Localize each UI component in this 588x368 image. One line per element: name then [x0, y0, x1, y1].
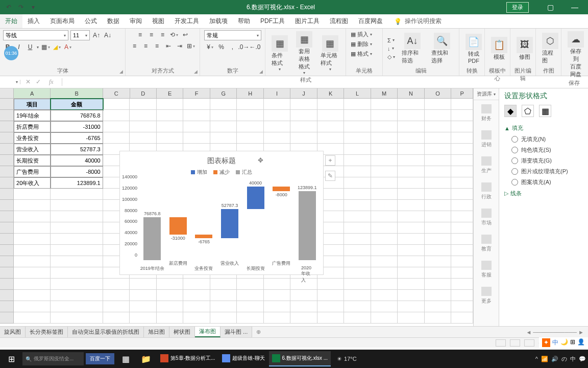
cell[interactable]	[425, 189, 452, 200]
cell[interactable]	[371, 110, 398, 121]
cell[interactable]	[451, 245, 473, 256]
cell[interactable]	[210, 132, 237, 144]
cell[interactable]	[157, 301, 184, 312]
row-header[interactable]	[0, 267, 14, 279]
column-header[interactable]: A	[14, 88, 51, 98]
cell[interactable]	[183, 121, 210, 132]
cell[interactable]	[290, 301, 317, 312]
cell[interactable]	[103, 99, 130, 110]
row-header[interactable]	[0, 166, 14, 177]
align-middle-icon[interactable]: ≡	[147, 30, 156, 39]
tray-grid-icon[interactable]: ⊞	[570, 338, 575, 347]
cell[interactable]	[103, 290, 130, 301]
row-header[interactable]	[0, 222, 14, 234]
select-all-corner[interactable]	[0, 88, 14, 98]
tray-moon-icon[interactable]: 🌙	[560, 338, 568, 347]
cell[interactable]	[14, 234, 51, 245]
cell[interactable]	[183, 99, 210, 110]
cell[interactable]	[14, 301, 51, 312]
cell[interactable]	[290, 110, 317, 121]
font-dialog-icon[interactable]: ◢	[119, 69, 123, 74]
cell[interactable]	[371, 189, 398, 200]
baidu-button[interactable]: 百度一下	[86, 353, 114, 364]
align-left-icon[interactable]: ≡	[130, 41, 139, 51]
cell[interactable]	[130, 132, 157, 144]
ribbon-tab[interactable]: 图片工具	[290, 14, 325, 28]
tray-ime2-icon[interactable]: の	[561, 355, 567, 363]
fill-color-button[interactable]: ◢	[52, 42, 61, 52]
size-tab-icon[interactable]: ▦	[539, 105, 551, 117]
cell[interactable]	[371, 245, 398, 256]
cell[interactable]	[451, 211, 473, 222]
tray-sound-icon[interactable]: 🔊	[551, 356, 558, 362]
cell[interactable]: 项目	[14, 99, 51, 110]
cell[interactable]	[451, 267, 473, 279]
fill-line-tab-icon[interactable]: ◆	[504, 105, 517, 117]
row-header[interactable]	[0, 200, 14, 211]
cell[interactable]	[103, 132, 130, 144]
cell[interactable]	[183, 312, 210, 324]
orientation-icon[interactable]: ⟲	[169, 30, 179, 39]
column-header[interactable]: I	[264, 88, 290, 98]
comma-icon[interactable]: ,	[228, 42, 237, 52]
resource-item[interactable]: 财务	[474, 100, 499, 126]
cell[interactable]	[157, 99, 184, 110]
indent-decrease-icon[interactable]: ⇤	[164, 41, 173, 51]
cell[interactable]: 长期投资	[14, 155, 51, 166]
taskbar-search[interactable]: 🔍 俄罗斯因疫情全...	[22, 352, 84, 365]
number-format-select[interactable]: 常规▾	[204, 30, 261, 40]
tray-notif-icon[interactable]: 💬	[579, 356, 586, 362]
cancel-icon[interactable]: ✕	[26, 78, 31, 86]
chart-title[interactable]: 图表标题	[120, 151, 323, 166]
cell[interactable]	[371, 99, 398, 110]
cell[interactable]	[451, 312, 473, 324]
cell[interactable]	[290, 312, 317, 324]
cell[interactable]	[103, 279, 130, 290]
sheet-tab[interactable]: 自动突出显示极值的折线图	[68, 327, 144, 337]
cell[interactable]	[371, 256, 398, 267]
cell[interactable]	[183, 279, 210, 290]
cell[interactable]: -8000	[51, 166, 103, 177]
cell[interactable]	[398, 110, 425, 121]
row-header[interactable]	[0, 189, 14, 200]
cell[interactable]	[290, 290, 317, 301]
cell[interactable]	[317, 132, 345, 144]
cell[interactable]	[290, 132, 317, 144]
cell[interactable]	[264, 110, 291, 121]
tell-me[interactable]: 💡 操作说明搜索	[394, 17, 442, 26]
chart-plot-area[interactable]: 76876.8-31000-676552787.340000-800012389…	[139, 183, 319, 260]
ribbon-tab[interactable]: 审阅	[125, 14, 147, 28]
tray-up-icon[interactable]: ^	[535, 356, 538, 362]
line-section[interactable]: ▷ 线条	[504, 188, 583, 199]
legend-item[interactable]: 减少	[213, 169, 230, 176]
cell[interactable]	[344, 245, 371, 256]
save-cloud-button[interactable]: ☁保存到 百度网盘	[565, 30, 587, 79]
align-right-icon[interactable]: ≡	[153, 41, 162, 51]
image-edit-button[interactable]: 🖼修图	[513, 36, 536, 62]
cell[interactable]	[451, 177, 473, 189]
cell[interactable]	[425, 222, 452, 234]
cell[interactable]	[157, 121, 184, 132]
login-button[interactable]: 登录	[506, 2, 529, 13]
taskbar-app[interactable]: 6.数据可视化.xlsx ...	[269, 351, 331, 366]
cell[interactable]	[371, 301, 398, 312]
column-header[interactable]: L	[344, 88, 371, 98]
chart-bar[interactable]	[247, 187, 264, 209]
underline-dd[interactable]: ▾	[37, 45, 39, 50]
cell[interactable]	[51, 245, 103, 256]
add-sheet-button[interactable]: ⊕	[252, 329, 265, 335]
chart-bar[interactable]	[299, 191, 316, 260]
cell[interactable]: -31000	[51, 121, 103, 132]
cell[interactable]	[210, 99, 237, 110]
cell[interactable]	[14, 312, 51, 324]
cell[interactable]	[425, 290, 452, 301]
cell[interactable]	[398, 189, 425, 200]
column-header[interactable]: C	[103, 88, 130, 98]
cell[interactable]	[344, 121, 371, 132]
column-header[interactable]: F	[183, 88, 210, 98]
cell[interactable]	[157, 290, 184, 301]
start-button[interactable]: ⊞	[2, 351, 20, 366]
cell[interactable]: 业务投资	[14, 132, 51, 144]
cell[interactable]	[344, 189, 371, 200]
cell[interactable]	[371, 200, 398, 211]
